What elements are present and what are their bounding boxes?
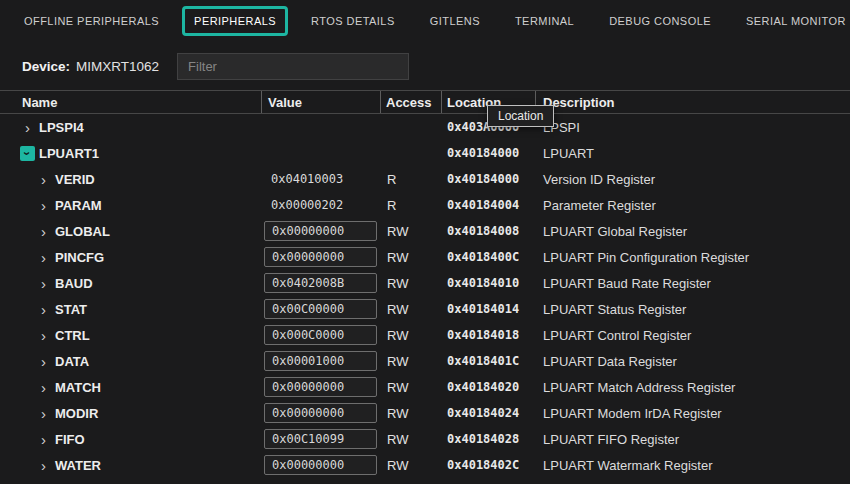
access-value: RW — [381, 276, 442, 291]
tab-terminal[interactable]: TERMINAL — [503, 6, 586, 36]
register-name: LPSPI4 — [39, 120, 84, 135]
register-value-input[interactable] — [264, 403, 377, 423]
register-value-input[interactable] — [264, 299, 377, 319]
description-value: LPUART Match Address Register — [536, 380, 850, 395]
access-value: RW — [381, 458, 442, 473]
chevron-down-icon[interactable]: › — [20, 146, 35, 161]
tree-row-stat[interactable]: ›STATRW0x40184014LPUART Status Register — [0, 296, 850, 322]
location-value: 0x40184024 — [442, 406, 536, 420]
register-name: BAUD — [55, 276, 93, 291]
description-value: Parameter Register — [536, 198, 850, 213]
register-name: PARAM — [55, 198, 102, 213]
register-value-input[interactable] — [264, 221, 377, 241]
column-header-access[interactable]: Access — [381, 91, 442, 113]
tree-row-water[interactable]: ›WATERRW0x4018402CLPUART Watermark Regis… — [0, 452, 850, 478]
register-name: CTRL — [55, 328, 90, 343]
register-value-input[interactable] — [264, 325, 377, 345]
tree-row-param[interactable]: ›PARAM0x00000202R0x40184004Parameter Reg… — [0, 192, 850, 218]
register-name: PINCFG — [55, 250, 104, 265]
chevron-right-icon[interactable]: › — [36, 250, 51, 265]
access-value: RW — [381, 432, 442, 447]
tab-peripherals[interactable]: PERIPHERALS — [182, 6, 288, 36]
tab-serial-monitor[interactable]: SERIAL MONITOR — [734, 6, 850, 36]
access-value: RW — [381, 250, 442, 265]
tab-offline-peripherals[interactable]: OFFLINE PERIPHERALS — [12, 6, 171, 36]
table-header: NameValueAccessLocationDescription — [0, 90, 850, 114]
tree-row-data[interactable]: ›DATARW0x4018401CLPUART Data Register — [0, 348, 850, 374]
column-header-description[interactable]: Description — [536, 91, 850, 113]
table-body: ›LPSPI40x403A0000LPSPI›LPUART10x40184000… — [0, 114, 850, 484]
tree-row-global[interactable]: ›GLOBALRW0x40184008LPUART Global Registe… — [0, 218, 850, 244]
chevron-right-icon[interactable]: › — [36, 276, 51, 291]
location-value: 0x40184000 — [442, 146, 536, 160]
chevron-right-icon[interactable]: › — [20, 120, 35, 135]
description-value: LPUART — [536, 146, 850, 161]
register-value-input[interactable] — [264, 247, 377, 267]
location-value: 0x40184004 — [442, 198, 536, 212]
register-value-input[interactable] — [264, 273, 377, 293]
register-name: GLOBAL — [55, 224, 110, 239]
register-name: VERID — [55, 172, 95, 187]
tab-rtos-details[interactable]: RTOS DETAILS — [299, 6, 407, 36]
tree-row-lpuart1[interactable]: ›LPUART10x40184000LPUART — [0, 140, 850, 166]
description-value: Version ID Register — [536, 172, 850, 187]
tree-row-modir[interactable]: ›MODIRRW0x40184024LPUART Modem IrDA Regi… — [0, 400, 850, 426]
tree-row-fifo[interactable]: ›FIFORW0x40184028LPUART FIFO Register — [0, 426, 850, 452]
register-value-input[interactable] — [264, 455, 377, 475]
tree-row-lpspi4[interactable]: ›LPSPI40x403A0000LPSPI — [0, 114, 850, 140]
tree-row-lpuart2[interactable]: ›LPUART20x40188000 — [0, 478, 850, 484]
column-header-value[interactable]: Value — [262, 91, 381, 113]
tree-row-verid[interactable]: ›VERID0x04010003R0x40184000Version ID Re… — [0, 166, 850, 192]
description-value: LPSPI — [536, 120, 850, 135]
tab-bar: OFFLINE PERIPHERALSPERIPHERALSRTOS DETAI… — [0, 0, 850, 42]
register-value-text: 0x00000202 — [262, 198, 343, 212]
chevron-right-icon[interactable]: › — [36, 380, 51, 395]
tree-row-pincfg[interactable]: ›PINCFGRW0x4018400CLPUART Pin Configurat… — [0, 244, 850, 270]
tooltip-text: Location — [498, 109, 543, 123]
chevron-right-icon[interactable]: › — [36, 302, 51, 317]
register-name: MODIR — [55, 406, 98, 421]
location-value: 0x40184020 — [442, 380, 536, 394]
access-value: RW — [381, 380, 442, 395]
description-value: LPUART Control Register — [536, 328, 850, 343]
register-value-input[interactable] — [264, 429, 377, 449]
chevron-right-icon[interactable]: › — [36, 198, 51, 213]
register-value-text: 0x04010003 — [262, 172, 343, 186]
location-value: 0x40184000 — [442, 172, 536, 186]
chevron-right-icon[interactable]: › — [36, 328, 51, 343]
description-value: LPUART FIFO Register — [536, 432, 850, 447]
tab-gitlens[interactable]: GITLENS — [418, 6, 492, 36]
tab-debug-console[interactable]: DEBUG CONSOLE — [597, 6, 723, 36]
description-value: LPUART Global Register — [536, 224, 850, 239]
tree-row-baud[interactable]: ›BAUDRW0x40184010LPUART Baud Rate Regist… — [0, 270, 850, 296]
tree-row-match[interactable]: ›MATCHRW0x40184020LPUART Match Address R… — [0, 374, 850, 400]
description-value: LPUART Watermark Register — [536, 458, 850, 473]
register-value-input[interactable] — [264, 351, 377, 371]
location-value: 0x40184028 — [442, 432, 536, 446]
chevron-right-icon[interactable]: › — [36, 458, 51, 473]
device-label: Device: — [22, 59, 70, 74]
register-value-input[interactable] — [264, 377, 377, 397]
chevron-right-icon[interactable]: › — [36, 224, 51, 239]
register-name: WATER — [55, 458, 101, 473]
location-tooltip: Location — [487, 105, 554, 127]
device-row: Device: MIMXRT1062 — [0, 42, 850, 90]
location-value: 0x40184010 — [442, 276, 536, 290]
filter-input[interactable] — [177, 53, 409, 80]
chevron-right-icon[interactable]: › — [36, 172, 51, 187]
access-value: RW — [381, 224, 442, 239]
chevron-right-icon[interactable]: › — [36, 432, 51, 447]
chevron-right-icon[interactable]: › — [36, 406, 51, 421]
register-name: DATA — [55, 354, 89, 369]
location-value: 0x4018402C — [442, 458, 536, 472]
chevron-right-icon[interactable]: › — [36, 354, 51, 369]
column-header-name[interactable]: Name — [0, 91, 262, 113]
access-value: RW — [381, 406, 442, 421]
tree-row-ctrl[interactable]: ›CTRLRW0x40184018LPUART Control Register — [0, 322, 850, 348]
register-name: LPUART1 — [39, 146, 99, 161]
location-value: 0x4018401C — [442, 354, 536, 368]
register-name: STAT — [55, 302, 87, 317]
location-value: 0x40184008 — [442, 224, 536, 238]
register-name: MATCH — [55, 380, 101, 395]
location-value: 0x40184014 — [442, 302, 536, 316]
